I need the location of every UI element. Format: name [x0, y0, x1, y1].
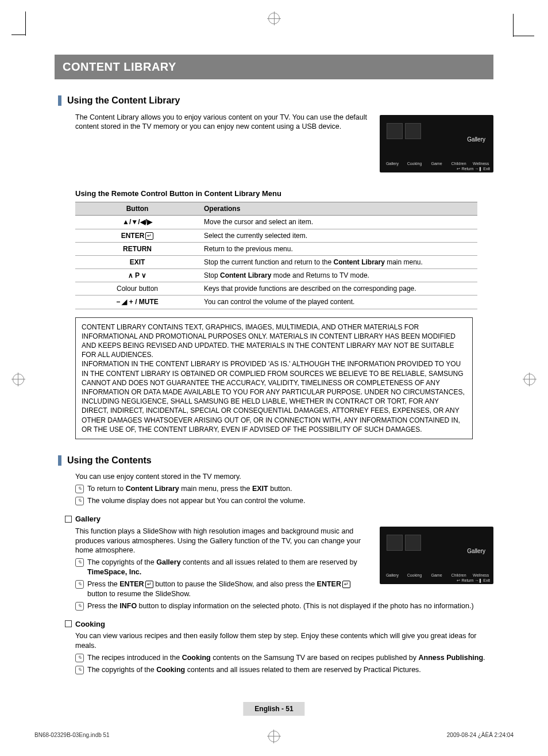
remote-buttons-table: Button Operations ▲/▼/◀/▶ Move the curso…	[75, 202, 477, 309]
operation-cell: Move the cursor and select an item.	[199, 216, 477, 229]
tv-icon-label: Game	[429, 161, 445, 166]
section-intro: You can use enjoy content stored in the …	[75, 472, 493, 482]
enter-icon: ↵	[145, 232, 153, 240]
section-marker	[58, 455, 61, 466]
page-number: English - 51	[243, 702, 304, 716]
tv-preview-footer: ↩ Return →❚ Exit	[457, 166, 490, 171]
operation-cell: Stop Content Library mode and Returns to…	[199, 269, 477, 282]
table-row: Colour button Keys that provide function…	[75, 282, 477, 296]
registration-mark-icon	[524, 374, 535, 385]
table-header: Operations	[199, 202, 477, 216]
subsection-heading: Cooking	[65, 619, 493, 630]
button-cell: ∧ P ∨	[75, 269, 199, 282]
note-icon: ✎	[75, 666, 84, 674]
tv-icon-label: Cooking	[407, 573, 423, 578]
section-heading: Using the Content Library	[67, 94, 180, 107]
subsection-body: This function plays a SlideShow with hig…	[75, 527, 367, 556]
registration-mark-icon	[13, 374, 24, 385]
subsection-heading: Gallery	[65, 514, 493, 524]
note-text: The copyrights of the Gallery contents a…	[87, 558, 367, 577]
tv-icon-label: Cooking	[407, 161, 423, 166]
registration-mark-icon	[268, 13, 280, 24]
page-title-bar: CONTENT LIBRARY	[55, 55, 493, 79]
button-cell: EXIT	[75, 255, 199, 268]
note-text: To return to Content Library main menu, …	[87, 484, 292, 494]
operation-cell: Select the currently selected item.	[199, 229, 477, 242]
table-row: − ◢ + / MUTE You can control the volume …	[75, 296, 477, 309]
note-icon: ✎	[75, 485, 84, 493]
note-text: Press the ENTER↵ button to pause the Sli…	[87, 580, 367, 599]
note-icon: ✎	[75, 602, 84, 611]
registration-mark-icon	[268, 731, 280, 742]
section-marker	[58, 95, 61, 106]
tv-icon-label: Gallery	[384, 161, 400, 166]
note-text: The recipes introduced in the Cooking co…	[87, 653, 485, 663]
tv-icon-label: Gallery	[384, 573, 400, 578]
operation-cell: You can control the volume of the played…	[199, 296, 477, 309]
note-icon: ✎	[75, 580, 84, 589]
note-icon: ✎	[75, 497, 84, 505]
table-header: Button	[75, 202, 199, 216]
tv-preview-footer: ↩ Return →❚ Exit	[457, 578, 490, 583]
note-icon: ✎	[75, 654, 84, 662]
button-cell: − ◢ + / MUTE	[75, 296, 199, 309]
tv-preview-thumbnail: Gallery Gallery Cooking Game Children We…	[380, 115, 493, 172]
section-intro: The Content Library allows you to enjoy …	[75, 113, 368, 132]
table-row: ENTER↵ Select the currently selected ite…	[75, 229, 477, 242]
subsection-body: You can view various recipes and then ea…	[75, 631, 493, 651]
note-icon: ✎	[75, 558, 84, 567]
button-cell: RETURN	[75, 242, 199, 255]
button-cell: ENTER↵	[75, 229, 199, 242]
table-row: RETURN Return to the previous menu.	[75, 242, 477, 255]
operation-cell: Keys that provide functions are describe…	[199, 282, 477, 296]
operation-cell: Stop the current function and return to …	[199, 255, 477, 268]
tv-preview-label: Gallery	[467, 136, 485, 144]
print-footer-left: BN68-02329B-03Eng.indb 51	[34, 731, 110, 739]
tv-icon-label: Game	[429, 573, 445, 578]
table-row: ∧ P ∨ Stop Content Library mode and Retu…	[75, 269, 477, 282]
square-bullet-icon	[65, 516, 72, 523]
tv-preview-label: Gallery	[467, 547, 485, 555]
button-cell: ▲/▼/◀/▶	[75, 216, 199, 229]
print-footer-right: 2009-08-24 ¿ÀÈÄ 2:24:04	[447, 731, 514, 739]
tv-preview-thumbnail: Gallery Gallery Cooking Game Children We…	[380, 527, 493, 584]
disclaimer-box: CONTENT LIBRARY CONTAINS TEXT, GRAPHICS,…	[75, 317, 473, 439]
subsection-heading: Using the Remote Control Button in Conte…	[75, 189, 493, 199]
table-row: ▲/▼/◀/▶ Move the cursor and select an it…	[75, 216, 477, 229]
section-heading: Using the Contents	[67, 454, 152, 467]
note-text: Press the INFO button to display informa…	[87, 601, 474, 611]
note-text: The copyrights of the Cooking contents a…	[87, 665, 421, 675]
square-bullet-icon	[65, 620, 72, 627]
table-row: EXIT Stop the current function and retur…	[75, 255, 477, 268]
note-text: The volume display does not appear but Y…	[87, 496, 305, 506]
button-cell: Colour button	[75, 282, 199, 296]
operation-cell: Return to the previous menu.	[199, 242, 477, 255]
